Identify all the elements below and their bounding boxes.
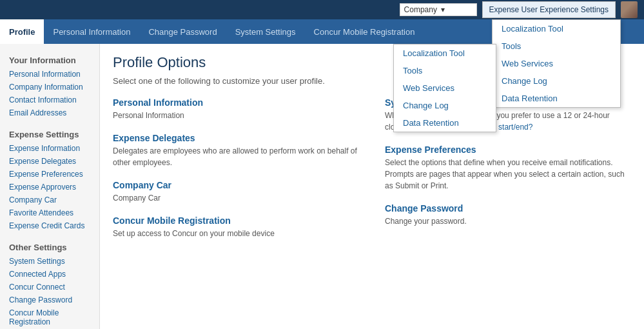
tab-concur-mobile-registration[interactable]: Concur Mobile Registration (305, 19, 424, 44)
menu-item-web-services[interactable]: Web Services (493, 55, 620, 72)
sidebar-link-email-addresses[interactable]: Email Addresses (0, 106, 99, 119)
sidebar-link-system-settings[interactable]: System Settings (0, 255, 99, 268)
section-concur-mobile-registration: Concur Mobile Registration Set up access… (113, 215, 359, 239)
sidebar-section-expense-settings: Expense Settings (0, 125, 99, 142)
section-title-concur-mobile-registration[interactable]: Concur Mobile Registration (113, 215, 359, 226)
left-column: Personal Information Personal Informatio… (113, 97, 359, 251)
company-label: Company (404, 5, 437, 14)
section-text-expense-preferences: Select the options that define when you … (385, 157, 631, 192)
section-title-expense-delegates[interactable]: Expense Delegates (113, 133, 359, 143)
dropdown-item-web-services[interactable]: Web Services (394, 79, 496, 97)
sidebar-link-expense-approvers[interactable]: Expense Approvers (0, 181, 99, 194)
sidebar-link-expense-preferences[interactable]: Expense Preferences (0, 168, 99, 181)
sidebar: Your Information Personal Information Co… (0, 44, 100, 329)
sidebar-section-your-information: Your Information (0, 50, 99, 68)
sidebar-link-favorite-attendees[interactable]: Favorite Attendees (0, 206, 99, 219)
sidebar-link-change-password[interactable]: Change Password (0, 294, 99, 306)
top-bar: Company ▾ Expense User Experience Settin… (0, 0, 644, 19)
dropdown-item-localization-tool[interactable]: Localization Tool (394, 45, 496, 62)
dropdown-item-change-log[interactable]: Change Log (394, 97, 496, 114)
sidebar-link-expense-delegates[interactable]: Expense Delegates (0, 155, 99, 168)
tab-system-settings[interactable]: System Settings (226, 19, 305, 44)
sidebar-link-personal-information[interactable]: Personal Information (0, 68, 99, 81)
section-text-change-password: Change your password. (385, 215, 631, 227)
menu-item-data-retention[interactable]: Data Retention (493, 90, 620, 107)
sidebar-link-company-car[interactable]: Company Car (0, 194, 99, 206)
section-text-company-car: Company Car (113, 192, 359, 204)
dropdown-arrow-icon: ▾ (441, 5, 445, 14)
section-text-expense-delegates: Delegates are employees who are allowed … (113, 145, 359, 168)
section-text-concur-mobile-registration: Set up access to Concur on your mobile d… (113, 228, 359, 239)
sidebar-link-company-information[interactable]: Company Information (0, 81, 99, 94)
tab-profile[interactable]: Profile (0, 19, 44, 44)
avatar[interactable] (621, 1, 638, 18)
section-title-expense-preferences[interactable]: Expense Preferences (385, 145, 631, 155)
tab-personal-information[interactable]: Personal Information (44, 19, 139, 44)
menu-item-tools[interactable]: Tools (493, 37, 620, 55)
section-title-company-car[interactable]: Company Car (113, 180, 359, 190)
section-expense-preferences: Expense Preferences Select the options t… (385, 145, 631, 192)
section-company-car: Company Car Company Car (113, 180, 359, 204)
sidebar-link-concur-mobile-registration[interactable]: Concur Mobile Registration (0, 306, 99, 328)
tab-dropdown-menu: Localization Tool Tools Web Services Cha… (393, 44, 496, 132)
sidebar-link-concur-connect[interactable]: Concur Connect (0, 281, 99, 294)
menu-item-localization-tool[interactable]: Localization Tool (493, 20, 620, 37)
section-change-password: Change Password Change your password. (385, 203, 631, 227)
sidebar-link-contact-information[interactable]: Contact Information (0, 94, 99, 106)
section-personal-information: Personal Information Personal Informatio… (113, 97, 359, 121)
sidebar-link-connected-apps[interactable]: Connected Apps (0, 268, 99, 281)
sidebar-section-other-settings: Other Settings (0, 237, 99, 255)
top-right-dropdown-menu: Localization Tool Tools Web Services Cha… (492, 19, 621, 108)
top-bar-right: Company ▾ Expense User Experience Settin… (400, 1, 638, 18)
section-title-change-password[interactable]: Change Password (385, 203, 631, 214)
tab-change-password[interactable]: Change Password (139, 19, 226, 44)
avatar-image (621, 1, 638, 18)
dropdown-item-data-retention[interactable]: Data Retention (394, 114, 496, 132)
expense-user-experience-button[interactable]: Expense User Experience Settings (482, 1, 616, 18)
section-expense-delegates: Expense Delegates Delegates are employee… (113, 133, 359, 168)
content-grid: Personal Information Personal Informatio… (113, 97, 631, 251)
menu-item-change-log[interactable]: Change Log (493, 72, 620, 90)
company-dropdown[interactable]: Company ▾ (400, 3, 477, 16)
section-text-personal-information: Personal Information (113, 110, 359, 121)
sidebar-link-expense-information[interactable]: Expense Information (0, 142, 99, 155)
dropdown-item-tools[interactable]: Tools (394, 62, 496, 79)
section-title-personal-information[interactable]: Personal Information (113, 97, 359, 108)
sidebar-link-expense-credit-cards[interactable]: Expense Credit Cards (0, 219, 99, 232)
